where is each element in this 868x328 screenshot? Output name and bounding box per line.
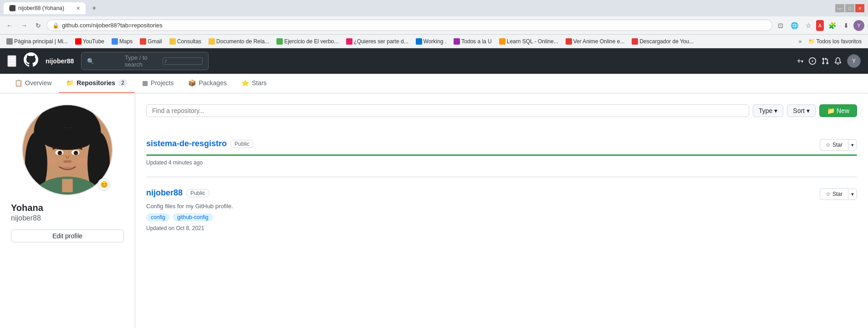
bookmark-label: Consultas	[177, 38, 201, 45]
stars-icon: ⭐	[241, 79, 249, 87]
edit-profile-button[interactable]: Edit profile	[11, 230, 124, 242]
more-bookmarks-button[interactable]: »	[799, 38, 802, 45]
nav-repositories[interactable]: 📁 Repositories 2	[59, 74, 135, 93]
tab-title: nijober88 (Yohana)	[18, 5, 73, 11]
extensions-puzzle-button[interactable]: 🧩	[826, 20, 839, 31]
svg-point-17	[48, 158, 59, 165]
new-repo-label: New	[837, 107, 849, 114]
documento-favicon	[209, 38, 215, 45]
nav-stars[interactable]: ⭐ Stars	[234, 74, 274, 93]
repo-item-header: nijober88 Public ☆ Star ▾	[146, 188, 857, 200]
hamburger-menu-button[interactable]: ☰	[7, 55, 16, 67]
new-repo-button[interactable]: 📁 New	[819, 104, 857, 117]
nav-projects[interactable]: ▦ Projects	[135, 74, 181, 93]
packages-icon: 📦	[188, 79, 196, 87]
sort-filter-button[interactable]: Sort ▾	[787, 104, 816, 117]
create-new-button[interactable]: + ▾	[797, 57, 803, 65]
back-button[interactable]: ←	[4, 20, 15, 31]
type-filter-button[interactable]: Type ▾	[753, 104, 783, 117]
star-button[interactable]: ☆ Star	[820, 139, 848, 151]
bookmark-maps[interactable]: Maps	[109, 37, 135, 46]
extensions-button[interactable]: A	[816, 20, 824, 31]
nav-packages-label: Packages	[199, 79, 226, 87]
bookmark-descargador[interactable]: Descargador de You...	[629, 37, 696, 46]
profile-display-name: Yohana	[11, 203, 124, 213]
svg-point-12	[76, 151, 77, 153]
new-tab-button[interactable]: +	[89, 3, 99, 13]
maximize-button[interactable]: □	[845, 4, 854, 12]
repo-name-link[interactable]: sistema-de-resgistro	[146, 139, 227, 149]
bookmark-label: Ejercicio de El verbo...	[284, 38, 338, 45]
bookmark-youtube[interactable]: YouTube	[72, 37, 107, 46]
repo-updated-time: Updated 4 minutes ago	[146, 159, 857, 166]
svg-point-11	[60, 151, 61, 153]
veranime-favicon	[566, 38, 572, 45]
repos-filter-bar: Type ▾ Sort ▾ 📁 New	[146, 104, 857, 117]
star-dropdown-button[interactable]: ▾	[848, 189, 857, 200]
plus-icon: +	[797, 57, 801, 65]
bookmark-pagprincipal[interactable]: Página principal | Mi...	[4, 37, 71, 46]
translate-button[interactable]: 🌐	[788, 20, 801, 31]
repo-list: sistema-de-resgistro Public ☆ Star ▾ Up	[146, 128, 857, 242]
forward-button[interactable]: →	[18, 20, 30, 31]
bookmark-label: Ver Anime Online e...	[573, 38, 625, 45]
profile-avatar-small[interactable]: Y	[853, 20, 864, 31]
bookmark-star-button[interactable]: ☆	[803, 20, 814, 31]
close-button[interactable]: ✕	[855, 4, 864, 12]
toolbar-actions: ⊡ 🌐 ☆ A 🧩 ⬇ Y	[775, 20, 864, 31]
repo-name-link[interactable]: nijober88	[146, 188, 183, 198]
bookmark-learnsql[interactable]: Learn SQL - Online...	[496, 37, 561, 46]
nav-packages[interactable]: 📦 Packages	[181, 74, 234, 93]
repo-updated-time: Updated on Oct 8, 2021	[146, 225, 857, 231]
github-username: nijober88	[46, 57, 74, 65]
bookmark-label: Gmail	[148, 38, 162, 45]
tab-favicon: ⬛	[9, 5, 15, 11]
issues-button[interactable]	[809, 57, 816, 65]
bookmark-todos-u[interactable]: Todos a la U	[451, 37, 495, 46]
star-dropdown-button[interactable]: ▾	[848, 139, 857, 151]
projects-icon: ▦	[142, 79, 148, 87]
repo-tag-config[interactable]: config	[146, 213, 170, 221]
url-input[interactable]	[62, 22, 766, 29]
maps-favicon	[112, 38, 118, 45]
download-button[interactable]: ⬇	[841, 20, 852, 31]
star-icon: ☆	[826, 191, 831, 197]
github-search[interactable]: 🔍 Type / to search /	[81, 52, 209, 70]
notifications-button[interactable]	[834, 57, 842, 65]
repo-visibility-badge: Public	[186, 189, 209, 197]
bookmark-consultas[interactable]: Consultas	[167, 37, 204, 46]
window-controls: — □ ✕	[835, 4, 864, 12]
profile-sidebar: 😊 Yohana nijober88 Edit profile	[0, 93, 135, 328]
find-repo-input[interactable]	[146, 104, 749, 117]
repo-tag-github-config[interactable]: github-config	[173, 213, 213, 221]
type-chevron-icon: ▾	[774, 107, 777, 114]
repositories-content: Type ▾ Sort ▾ 📁 New sistem	[135, 93, 868, 328]
address-bar[interactable]: 🔒	[46, 20, 772, 31]
bookmark-working[interactable]: Working .	[413, 37, 449, 46]
pull-requests-button[interactable]	[822, 57, 829, 65]
bookmark-label: Página principal | Mi...	[14, 38, 68, 45]
screen-cast-button[interactable]: ⊡	[775, 20, 786, 31]
star-button[interactable]: ☆ Star	[820, 188, 848, 200]
repo-visibility-badge: Public	[230, 140, 254, 148]
bookmark-documento[interactable]: Documento de Rela...	[206, 37, 272, 46]
emoji-status-button[interactable]: 😊	[97, 178, 110, 191]
type-filter-label: Type	[759, 107, 772, 114]
todos-favoritos[interactable]: 📁 Todos los favoritos	[806, 37, 865, 46]
github-logo[interactable]	[24, 52, 38, 70]
bookmark-quieres[interactable]: ¿Quieres ser parte d...	[343, 37, 411, 46]
bookmark-label: Learn SQL - Online...	[507, 38, 558, 45]
nav-overview[interactable]: 📋 Overview	[7, 74, 59, 93]
browser-tab[interactable]: ⬛ nijober88 (Yohana) ✕	[4, 2, 86, 14]
minimize-button[interactable]: —	[835, 4, 844, 12]
bookmark-gmail[interactable]: Gmail	[137, 37, 164, 46]
bookmarks-bar: Página principal | Mi... YouTube Maps Gm…	[0, 35, 868, 48]
bookmark-veranime[interactable]: Ver Anime Online e...	[563, 37, 628, 46]
repo-item: sistema-de-resgistro Public ☆ Star ▾ Up	[146, 128, 857, 177]
bookmark-ejercicio[interactable]: Ejercicio de El verbo...	[274, 37, 341, 46]
repo-name-row: sistema-de-resgistro Public	[146, 139, 254, 149]
reload-button[interactable]: ↻	[33, 20, 44, 31]
tab-close-button[interactable]: ✕	[76, 5, 80, 11]
user-avatar[interactable]: Y	[847, 54, 861, 68]
bookmark-favicon	[6, 38, 13, 45]
